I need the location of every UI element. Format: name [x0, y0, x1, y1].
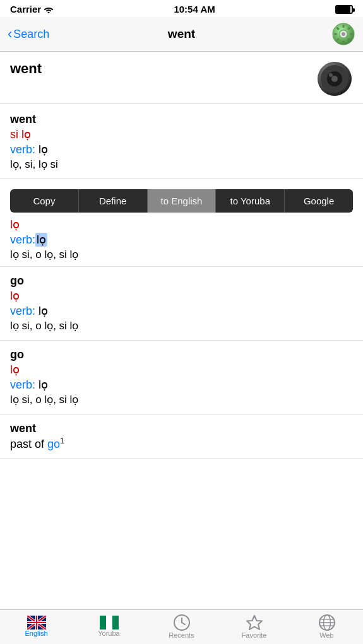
entry-verb-3: verb: lọ	[10, 304, 353, 318]
carrier-label: Carrier	[10, 4, 41, 15]
content-area: went went si lọ verb: lọ lọ, si, lọ si	[0, 52, 363, 510]
context-menu: Copy Define to English to Yoruba Google	[10, 189, 353, 213]
entry-verb-2: verb: lọ	[10, 233, 353, 247]
past-of-label: past of	[10, 438, 47, 450]
svg-rect-6	[350, 33, 353, 35]
svg-point-18	[329, 73, 333, 77]
entry-yoruba-silo: si lọ	[10, 127, 353, 141]
entry-went-1: went si lọ verb: lọ lọ, si, lọ si	[0, 104, 363, 179]
tab-web-label: Web	[319, 631, 333, 639]
back-button[interactable]: ‹ Search	[8, 26, 49, 42]
entry-yoruba-go-2: lọ	[10, 363, 353, 377]
tab-english[interactable]: English	[0, 614, 73, 639]
verb-value-1: lọ	[35, 143, 48, 156]
svg-rect-27	[27, 622, 46, 623]
settings-gear-icon[interactable]	[331, 22, 355, 46]
status-bar: Carrier 10:54 AM	[0, 0, 363, 17]
context-define-button[interactable]: Define	[79, 189, 148, 213]
uk-flag-icon	[27, 616, 46, 629]
svg-rect-29	[106, 616, 112, 629]
svg-point-0	[48, 11, 50, 13]
tab-favorite[interactable]: Favorite	[218, 614, 290, 639]
entry-go-2: go lọ verb: lọ lọ si, o lọ, si lọ	[0, 341, 363, 414]
header-word: went	[10, 61, 42, 77]
battery-icon	[335, 5, 353, 14]
tab-favorite-label: Favorite	[242, 631, 267, 639]
entry-verb-4: verb: lọ	[10, 378, 353, 392]
context-copy-button[interactable]: Copy	[10, 189, 79, 213]
past-of-superscript: 1	[60, 436, 64, 445]
nav-bar: ‹ Search went	[0, 17, 363, 52]
entry-examples-1: lọ, si, lọ si	[10, 158, 353, 171]
svg-rect-28	[100, 616, 106, 629]
entry-went-2: Copy Define to English to Yoruba Google …	[0, 179, 363, 267]
entry-examples-4: lọ si, o lọ, si lọ	[10, 393, 353, 406]
entry-go-1: go lọ verb: lọ lọ si, o lọ, si lọ	[0, 267, 363, 341]
svg-rect-30	[112, 616, 119, 629]
entry-word-went: went	[10, 113, 353, 126]
svg-marker-34	[247, 616, 262, 629]
svg-rect-10	[334, 33, 337, 35]
tab-yoruba-label: Yoruba	[98, 629, 119, 637]
entry-verb-1: verb: lọ	[10, 143, 353, 156]
svg-point-17	[331, 76, 338, 82]
entry-examples-2: lọ si, o lọ, si lọ	[10, 248, 353, 261]
audio-speaker-icon[interactable]	[316, 61, 353, 97]
tab-recents[interactable]: Recents	[145, 614, 218, 639]
context-to-english-button[interactable]: to English	[148, 189, 217, 213]
verb-label-1: verb:	[10, 143, 35, 156]
star-icon	[246, 614, 263, 631]
verb-label-3: verb:	[10, 305, 35, 317]
tab-recents-label: Recents	[169, 631, 194, 639]
nav-title: went	[168, 27, 195, 41]
verb-value-selected[interactable]: lọ	[35, 233, 47, 247]
verb-value-3: lọ	[35, 305, 48, 317]
nigeria-flag-icon	[100, 616, 119, 629]
wifi-icon	[44, 6, 54, 13]
back-label[interactable]: Search	[13, 28, 49, 41]
past-of-text: past of go1	[10, 436, 353, 451]
entry-word-go-2: go	[10, 348, 353, 361]
word-header: went	[0, 52, 363, 104]
svg-rect-8	[343, 40, 345, 44]
status-time: 10:54 AM	[174, 4, 215, 15]
svg-rect-4	[343, 25, 345, 28]
entry-past-of: went past of go1	[0, 414, 363, 459]
entry-word-go-1: go	[10, 274, 353, 288]
entry-examples-3: lọ si, o lọ, si lọ	[10, 319, 353, 332]
tab-english-label: English	[25, 629, 47, 637]
context-to-yoruba-button[interactable]: to Yoruba	[216, 189, 285, 213]
verb-value-4: lọ	[35, 378, 48, 391]
past-of-link[interactable]: go	[47, 438, 60, 450]
tab-web[interactable]: Web	[290, 614, 363, 639]
context-google-button[interactable]: Google	[285, 189, 353, 213]
entry-yoruba-go-1: lọ	[10, 289, 353, 303]
svg-line-33	[182, 623, 185, 624]
chevron-left-icon: ‹	[8, 26, 12, 42]
entry-word-past: went	[10, 422, 353, 435]
clock-icon	[173, 614, 191, 631]
entry-yoruba-lo: lọ	[10, 218, 353, 231]
tab-bar: English Yoruba Recents Favorite	[0, 609, 363, 644]
verb-label-2: verb:	[10, 233, 35, 246]
verb-label-4: verb:	[10, 378, 35, 391]
svg-point-13	[342, 32, 345, 36]
globe-icon	[318, 614, 336, 631]
tab-yoruba[interactable]: Yoruba	[73, 614, 145, 639]
